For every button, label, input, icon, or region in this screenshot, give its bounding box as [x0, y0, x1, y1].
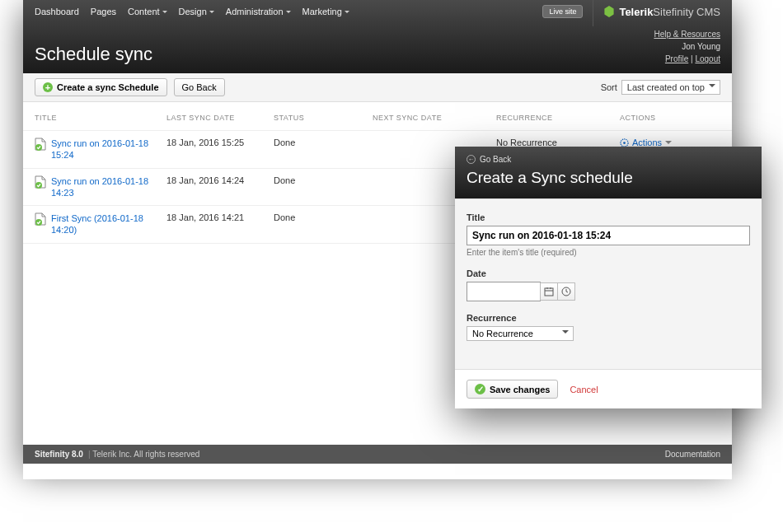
- nav-administration[interactable]: Administration: [226, 7, 291, 16]
- save-changes-button[interactable]: ✓ Save changes: [467, 380, 558, 399]
- row-status: Done: [274, 138, 373, 147]
- live-site-button[interactable]: Live site: [542, 5, 583, 18]
- brand: TelerikSitefinity CMS: [603, 6, 720, 18]
- toolbar: + Create a sync Schedule Go Back Sort La…: [23, 73, 732, 102]
- document-check-icon: [35, 138, 46, 151]
- nav-marketing[interactable]: Marketing: [302, 7, 349, 16]
- cancel-link[interactable]: Cancel: [570, 385, 598, 394]
- gear-icon: [620, 138, 629, 147]
- table-header: TITLE LAST SYNC DATE STATUS NEXT SYNC DA…: [23, 102, 732, 131]
- chevron-down-icon: [162, 11, 167, 16]
- help-link[interactable]: Help & Resources: [654, 30, 720, 39]
- chevron-down-icon: [209, 11, 214, 16]
- title-help-text: Enter the item's title (required): [467, 248, 750, 257]
- go-back-button[interactable]: Go Back: [174, 78, 225, 96]
- sort-label: Sort: [601, 82, 617, 92]
- svg-point-2: [623, 142, 626, 144]
- document-check-icon: [35, 175, 46, 189]
- check-icon: ✓: [475, 384, 485, 394]
- telerik-logo-icon: [603, 6, 615, 17]
- row-last-sync: 18 Jan, 2016 14:24: [166, 175, 274, 185]
- svg-rect-5: [545, 288, 553, 296]
- top-nav: Dashboard Pages Content Design Administr…: [23, 0, 732, 23]
- calendar-icon: [544, 287, 554, 296]
- create-schedule-button[interactable]: + Create a sync Schedule: [35, 78, 167, 96]
- documentation-link[interactable]: Documentation: [665, 450, 720, 459]
- chevron-down-icon: [345, 11, 349, 16]
- title-field-label: Title: [467, 212, 750, 222]
- nav-content[interactable]: Content: [128, 7, 167, 16]
- date-field-label: Date: [467, 268, 750, 278]
- back-arrow-icon: ←: [467, 155, 476, 164]
- row-status: Done: [274, 212, 373, 222]
- row-status: Done: [274, 175, 373, 185]
- copyright: Telerik Inc. All rights reserved: [92, 450, 199, 459]
- row-title-link[interactable]: First Sync (2016-01-18 14:20): [51, 212, 166, 236]
- nav-dashboard[interactable]: Dashboard: [35, 7, 79, 16]
- row-title-link[interactable]: Sync run on 2016-01-18 15:24: [51, 138, 166, 161]
- row-last-sync: 18 Jan, 2016 14:21: [166, 212, 274, 222]
- title-input[interactable]: [467, 226, 750, 245]
- time-button[interactable]: [557, 282, 575, 301]
- nav-pages[interactable]: Pages: [91, 7, 116, 16]
- recurrence-field-label: Recurrence: [467, 313, 750, 323]
- nav-design[interactable]: Design: [179, 7, 214, 16]
- create-schedule-dialog: ← Go Back Create a Sync schedule Title E…: [455, 147, 762, 408]
- row-title-link[interactable]: Sync run on 2016-01-18 14:23: [51, 175, 166, 199]
- version-label: Sitefinity 8.0: [35, 450, 83, 459]
- dialog-title: Create a Sync schedule: [467, 169, 750, 187]
- clock-icon: [561, 287, 571, 296]
- user-name: Jon Young: [654, 40, 720, 53]
- row-last-sync: 18 Jan, 2016 15:25: [166, 138, 274, 147]
- document-check-icon: [35, 212, 46, 226]
- calendar-button[interactable]: [540, 282, 558, 301]
- profile-link[interactable]: Profile: [665, 54, 688, 63]
- page-title: Schedule sync: [35, 44, 152, 65]
- plus-icon: +: [43, 82, 53, 92]
- dialog-go-back-button[interactable]: ← Go Back: [467, 155, 750, 164]
- sort-select[interactable]: Last created on top: [621, 80, 720, 95]
- footer: Sitefinity 8.0 | Telerik Inc. All rights…: [23, 445, 732, 464]
- logout-link[interactable]: Logout: [695, 54, 720, 63]
- date-input[interactable]: [467, 282, 541, 301]
- recurrence-select[interactable]: No Recurrence: [467, 326, 574, 341]
- chevron-down-icon: [286, 11, 291, 16]
